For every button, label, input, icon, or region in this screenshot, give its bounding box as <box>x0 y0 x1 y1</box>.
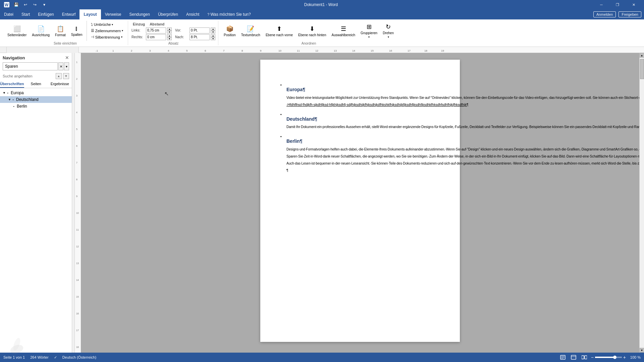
nav-close-btn[interactable]: ✕ <box>65 55 69 60</box>
svg-text:12: 12 <box>76 245 79 248</box>
rechts-input[interactable] <box>146 34 166 40</box>
scroll-track[interactable] <box>640 58 644 348</box>
nach-input[interactable] <box>190 34 210 40</box>
navigation-pane: Navigation ✕ ✕ ▾ Suche angehalten ▲ ▼ Üb… <box>0 53 72 353</box>
nav-search-input[interactable] <box>3 62 58 70</box>
umbrueche-btn[interactable]: ⤵ Umbrüche ▾ <box>89 22 125 27</box>
save-quick-btn[interactable]: 💾 <box>12 1 20 9</box>
zoom-track[interactable] <box>595 357 622 358</box>
svg-text:17: 17 <box>408 49 411 52</box>
svg-rect-53 <box>585 356 587 359</box>
nav-tab-ueberschriften[interactable]: Überschriften <box>0 80 24 88</box>
svg-rect-25 <box>75 53 81 353</box>
ebene-hinten-btn[interactable]: ⬇ Ebene nach hinten <box>296 24 328 38</box>
europa-link-text: -Hfdhflhsd·fhdjkfh·sjkdhfjksd·hfjkhjksdh… <box>286 103 468 107</box>
zoom-minus[interactable]: − <box>591 355 594 360</box>
tree-item-deutschland[interactable]: ▼ ▪ Deutschland <box>0 96 72 103</box>
vor-up[interactable]: ▲ <box>211 27 215 31</box>
nav-tab-seiten[interactable]: Seiten <box>24 80 48 88</box>
document-area[interactable]: ↖ ▪ Europa¶ Video·bietet·eine·leistungss… <box>81 53 639 353</box>
svg-text:7: 7 <box>223 49 225 52</box>
vor-input[interactable] <box>190 27 210 34</box>
tree-item-berlin[interactable]: ▪ Berlin <box>0 103 72 110</box>
deutschland-bullet: ▪ <box>13 98 16 101</box>
format-icon: 📋 <box>57 25 64 33</box>
abstand-label: Abstand <box>148 21 166 27</box>
nav-search-clear-btn[interactable]: ✕ <box>58 62 63 70</box>
tab-datei[interactable]: Datei <box>0 9 17 19</box>
para-deutschland-1: Damit·Ihr·Dokument·ein·professionelles·A… <box>286 124 639 129</box>
drehen-btn[interactable]: ↻ Drehen ▾ <box>381 22 396 39</box>
berlin-bullet: ▪ <box>13 105 17 108</box>
zoom-percent[interactable]: 100 % <box>629 355 641 359</box>
anmelden-btn[interactable]: Anmelden <box>593 11 616 17</box>
tree-arrow-deutschland[interactable]: ▼ <box>8 98 13 101</box>
nav-search-area: ✕ ▾ <box>0 62 72 72</box>
svg-text:19: 19 <box>441 49 444 52</box>
seitenraender-btn[interactable]: ⬜ Seitenränder <box>5 24 29 38</box>
svg-text:11: 11 <box>76 229 79 231</box>
gruppieren-btn[interactable]: ⊞ Gruppieren ▾ <box>359 22 379 39</box>
view-web-btn[interactable] <box>570 354 578 361</box>
customize-quick-btn[interactable]: ▾ <box>40 1 48 9</box>
zoom-handle[interactable] <box>613 356 616 359</box>
vertical-scrollbar[interactable]: ▲ ▼ <box>639 53 644 353</box>
seite-label: Seite einrichten <box>5 41 125 45</box>
section-deutschland: ▪ Deutschland¶ Damit·Ihr·Dokument·ein·pr… <box>280 112 440 132</box>
minimize-btn[interactable]: ─ <box>594 0 609 9</box>
word-logo[interactable]: W <box>3 1 11 9</box>
nav-tab-ergebnisse[interactable]: Ergebnisse <box>48 80 72 88</box>
nach-down[interactable]: ▼ <box>211 37 215 40</box>
tab-verweise[interactable]: Verweise <box>101 9 125 19</box>
ribbon-group-anordnen-content: 📦 Position 📝 Textumbruch ⬆ Ebene nach vo… <box>222 21 396 41</box>
ausrichtung-btn[interactable]: 📄 Ausrichtung <box>30 24 52 38</box>
tab-start[interactable]: Start <box>17 9 34 19</box>
tab-entwurf[interactable]: Entwurf <box>58 9 80 19</box>
view-reader-btn[interactable] <box>580 354 588 361</box>
scroll-thumb[interactable] <box>640 59 644 79</box>
nav-next-btn[interactable]: ▼ <box>63 73 69 79</box>
nav-scroll-bar[interactable] <box>72 53 75 353</box>
scroll-down-btn[interactable]: ▼ <box>640 348 644 353</box>
textumbruch-btn[interactable]: 📝 Textumbruch <box>239 24 262 38</box>
tab-einfuegen[interactable]: Einfügen <box>34 9 58 19</box>
document-page[interactable]: ▪ Europa¶ Video·bietet·eine·leistungssta… <box>260 60 460 342</box>
tree-item-europa[interactable]: ▼ ▪ Europa <box>0 89 72 96</box>
nach-up[interactable]: ▲ <box>211 34 215 37</box>
rechts-up[interactable]: ▲ <box>167 34 172 37</box>
silbentrennung-btn[interactable]: ⊣ Silbentrennung ▾ <box>89 34 125 40</box>
zoom-slider[interactable]: − + <box>591 355 626 360</box>
links-up[interactable]: ▲ <box>167 27 172 31</box>
close-btn[interactable]: ✕ <box>626 0 641 9</box>
zoom-plus[interactable]: + <box>623 355 626 360</box>
position-btn[interactable]: 📦 Position <box>222 24 238 38</box>
scroll-up-btn[interactable]: ▲ <box>640 53 644 58</box>
textumbruch-icon: 📝 <box>247 25 254 33</box>
nav-prev-btn[interactable]: ▲ <box>56 73 62 79</box>
format-btn[interactable]: 📋 Format <box>53 24 68 38</box>
tab-help[interactable]: ? Was möchten Sie tun? <box>203 9 255 19</box>
zeilennummern-btn[interactable]: ☰ Zeilennummern ▾ <box>89 28 125 34</box>
links-down[interactable]: ▼ <box>167 31 172 34</box>
view-print-btn[interactable] <box>559 354 567 361</box>
restore-btn[interactable]: ❐ <box>610 0 625 9</box>
vor-down[interactable]: ▼ <box>211 31 215 34</box>
spalten-btn[interactable]: ⫿ Spalten <box>69 24 85 37</box>
tab-sendungen[interactable]: Sendungen <box>125 9 154 19</box>
svg-text:2: 2 <box>76 78 77 80</box>
svg-rect-2 <box>79 47 644 53</box>
undo-quick-btn[interactable]: ↩ <box>21 1 30 9</box>
word-logo-watermark <box>7 334 27 355</box>
rechts-down[interactable]: ▼ <box>167 37 172 40</box>
tab-ansicht[interactable]: Ansicht <box>182 9 203 19</box>
ruler-horizontal: -1 1 2 3 4 5 6 7 8 9 10 11 12 13 14 15 1… <box>79 47 644 53</box>
auswahlbereich-btn[interactable]: ☰ Auswahlbereich <box>330 24 358 38</box>
links-input[interactable] <box>146 27 166 34</box>
nav-search-dropdown-btn[interactable]: ▾ <box>64 62 69 70</box>
tab-ueberpruefen[interactable]: Überprüfen <box>154 9 182 19</box>
tab-layout[interactable]: Layout <box>79 9 101 19</box>
freigeben-btn[interactable]: Freigeben <box>619 11 641 17</box>
redo-quick-btn[interactable]: ↪ <box>31 1 39 9</box>
ebene-vorne-btn[interactable]: ⬆ Ebene nach vorne <box>264 24 295 38</box>
tree-arrow-europa[interactable]: ▼ <box>3 91 7 95</box>
